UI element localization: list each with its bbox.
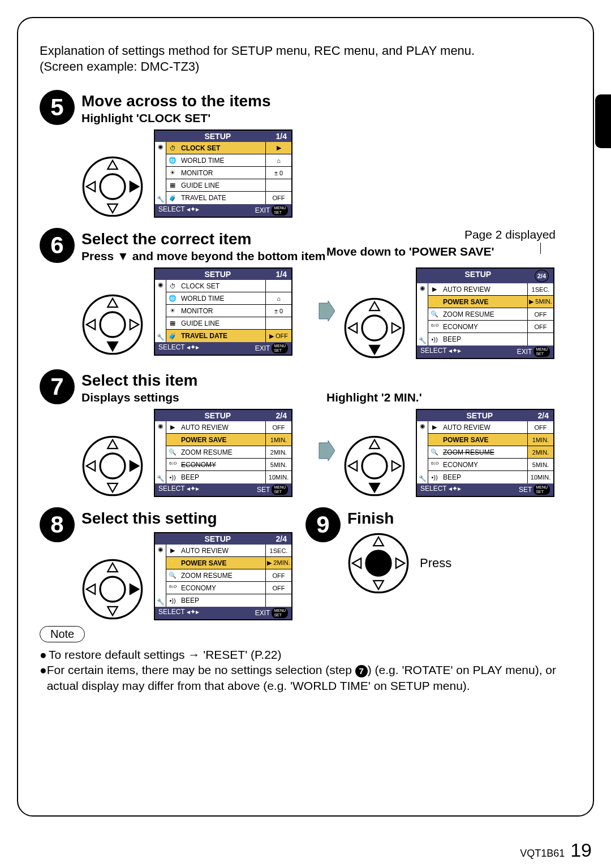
svg-point-11 [100,577,125,602]
dpad-icon [343,297,406,359]
wrench-icon: 🔧 [157,196,165,203]
svg-point-3 [100,312,125,337]
menu-title: SETUP [160,270,276,279]
menu-row: ▶ AUTO REVIEW OFF [428,421,553,434]
menu-row-icon: •)) [166,597,179,604]
menu-row-label: CLOCK SET [179,282,265,290]
menu-row-value: OFF [527,421,553,433]
menu-row-icon: ▶ [428,286,441,293]
menu-row-icon: 🔍 [166,572,179,579]
step6-rhs-sub: Move down to 'POWER SAVE' [326,245,571,258]
step9-title: Finish [347,509,571,528]
note-label: Note [40,626,85,642]
menu-row-label: MONITOR [179,307,265,315]
dpad-icon [81,435,144,497]
menu-row-value [265,179,291,191]
menu-title: SETUP [160,411,276,420]
menu-row-label: BEEP [179,473,265,481]
inline-step-7-icon: 7 [355,665,368,677]
menu-row-value: OFF [527,308,553,320]
footer-exit-label: SETMENUSET [519,485,550,495]
menu-footer: SELECT ◂✦▸ SETMENUSET [417,483,553,496]
menu-row-icon: 🌐 [166,157,179,164]
menu-row-value [265,317,291,329]
menu-row: 🌐 WORLD TIME ⌂ [166,154,291,167]
menu-row: ᴱᶜᴼ ECONOMY 5MIN. [166,459,291,471]
menu-row-icon: 🧳 [166,332,179,340]
menu-row-label: ZOOM RESUME [441,310,527,318]
page-number: 19 [570,839,592,861]
setup-menu-5: SETUP 1/4 ◉ 🔧 ⏱ CLOCK SET ▶ 🌐 WORLD TIME… [154,129,292,218]
wrench-icon: 🔧 [419,475,427,482]
dpad-icon [347,532,410,594]
step5-title: Move across to the items [81,92,571,110]
svg-point-1 [100,174,125,199]
step-6: 6 Select the correct item Press ▼ and mo… [40,228,571,359]
menu-row: •)) BEEP 10MIN. [166,471,291,483]
menu-row-label: AUTO REVIEW [441,424,527,431]
screen-example: (Screen example: DMC-TZ3) [40,59,571,74]
menu-row-icon: 🔍 [428,310,441,318]
menu-header: SETUP 1/4 [155,269,291,280]
footer-exit-label: EXITMENUSET [517,347,550,357]
menu-row-value: OFF [265,569,291,581]
menu-page: 1/4 [276,132,287,141]
menu-row-value: 10MIN. [265,471,291,483]
menu-header: SETUP 2/4 [155,533,291,545]
menu-row-icon: ⚡ [428,436,441,443]
menu-row-value: ▶ 2MIN. [265,557,291,569]
menu-header: SETUP 1/4 [155,131,291,142]
menu-row-value: ⌂ [265,292,291,304]
dpad-icon [81,558,144,620]
menu-footer: SELECT ◂✦▸ EXITMENUSET [155,607,291,619]
menu-row-icon: ᴱᶜᴼ [166,461,179,468]
setup-menu-7-left: SETUP 2/4 ◉ 🔧 ▶ AUTO REVIEW OFF ⚡ POWER … [154,409,292,497]
menu-row-icon: ᴱᶜᴼ [166,584,179,591]
setup-menu-6-right: SETUP 2/4 ◉ 🔧 ▶ AUTO REVIEW 1SEC. ⚡ POWE… [416,267,554,359]
menu-row-value: 1MIN. [527,434,553,446]
footer-exit-label: SETMENUSET [257,485,288,495]
menu-row-label: BEEP [441,473,527,481]
menu-row-value: 1MIN. [265,434,291,446]
menu-row-value: OFF [265,582,291,594]
side-tab [595,94,611,148]
menu-row-value: 5MIN. [527,459,553,470]
menu-row-value: OFF [265,192,291,204]
menu-row: 🔍 ZOOM RESUME 2MIN. [166,446,291,459]
page-frame: Explanation of settings method for SETUP… [17,17,594,817]
footer-select-label: SELECT ◂✦▸ [158,205,199,215]
menu-row-value: 10MIN. [527,471,553,483]
step7-title: Select this item [81,372,571,390]
press-label: Press [420,556,451,571]
menu-row: 🧳 TRAVEL DATE OFF [166,192,291,204]
svg-point-9 [362,454,387,478]
camera-icon: ◉ [420,284,425,292]
menu-row-label: WORLD TIME [179,295,265,303]
step-number-8: 8 [40,507,75,542]
menu-row: ▦ GUIDE LINE [166,317,291,330]
camera-icon: ◉ [420,422,425,430]
wrench-icon: 🔧 [157,598,165,606]
menu-row-label: BEEP [441,335,527,343]
menu-row-icon: •)) [166,474,179,481]
wrench-icon: 🔧 [157,334,165,341]
menu-row-label: ECONOMY [179,461,265,469]
step6-sub: Press ▼ and move beyond the bottom item [81,249,326,263]
menu-footer: SELECT ◂✦▸ SETMENUSET [155,483,291,496]
menu-row-value: ▶ OFF [265,330,291,342]
menu-row: •)) BEEP 10MIN. [428,471,553,483]
menu-row-value [265,594,291,607]
menu-row-label: ZOOM RESUME [441,448,527,456]
menu-row: •)) BEEP [428,333,553,346]
step-number-6: 6 [40,228,75,263]
menu-page: 2/4 [276,534,287,543]
menu-row: ⚡ POWER SAVE ▶ 2MIN. [166,557,291,569]
menu-row-label: CLOCK SET [179,144,265,152]
menu-row-label: GUIDE LINE [179,182,265,189]
menu-row-icon: ⚡ [428,298,441,305]
menu-row-icon: •)) [428,474,441,481]
menu-row-label: ECONOMY [179,584,265,592]
menu-row-icon: ▶ [166,424,179,431]
menu-row-value: ± 0 [265,305,291,317]
menu-left-tabs: ◉ 🔧 [155,280,166,342]
